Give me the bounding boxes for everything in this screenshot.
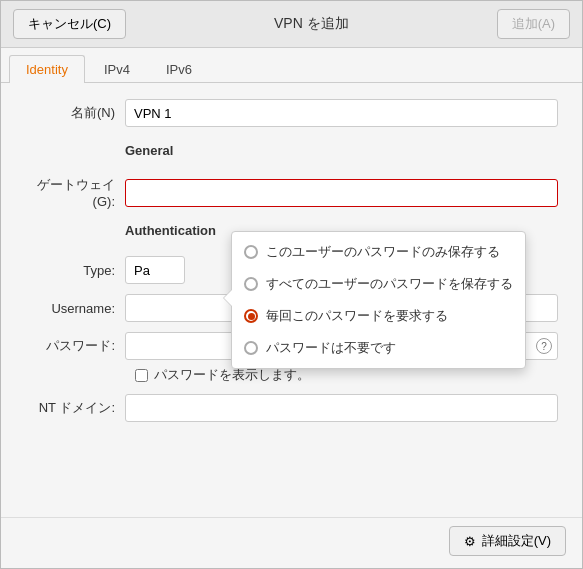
dropdown-option-save-all-users[interactable]: すべてのユーザーのパスワードを保存する — [232, 268, 525, 300]
dropdown-option-save-this-user[interactable]: このユーザーのパスワードのみ保存する — [232, 236, 525, 268]
cancel-button[interactable]: キャンセル(C) — [13, 9, 126, 39]
radio-ask-every-time — [244, 309, 258, 323]
radio-save-this-user — [244, 245, 258, 259]
general-section-header: General — [25, 137, 558, 166]
dropdown-option-not-required-label: パスワードは不要です — [266, 339, 396, 357]
gateway-label: ゲートウェイ(G): — [25, 176, 125, 209]
password-label: パスワード: — [25, 337, 125, 355]
nt-domain-input[interactable] — [125, 394, 558, 422]
name-label: 名前(N) — [25, 104, 125, 122]
type-label: Type: — [25, 263, 125, 278]
tab-content: 名前(N) General ゲートウェイ(G): Authentication … — [1, 83, 582, 517]
type-input[interactable] — [125, 256, 185, 284]
dropdown-option-save-this-user-label: このユーザーのパスワードのみ保存する — [266, 243, 500, 261]
window-title: VPN を追加 — [126, 15, 497, 33]
titlebar: キャンセル(C) VPN を追加 追加(A) — [1, 1, 582, 48]
tab-ipv6[interactable]: IPv6 — [149, 55, 209, 83]
advanced-button[interactable]: ⚙ 詳細設定(V) — [449, 526, 566, 556]
radio-not-required — [244, 341, 258, 355]
gateway-input[interactable] — [125, 179, 558, 207]
password-dropdown: このユーザーのパスワードのみ保存する すべてのユーザーのパスワードを保存する 毎… — [231, 231, 526, 369]
tab-bar: Identity IPv4 IPv6 — [1, 48, 582, 83]
name-input[interactable] — [125, 99, 558, 127]
general-header: General — [125, 143, 173, 158]
dropdown-option-ask-every-time[interactable]: 毎回このパスワードを要求する — [232, 300, 525, 332]
name-row: 名前(N) — [25, 99, 558, 127]
tab-identity[interactable]: Identity — [9, 55, 85, 83]
show-password-checkbox[interactable] — [135, 369, 148, 382]
nt-domain-row: NT ドメイン: — [25, 394, 558, 422]
advanced-label: 詳細設定(V) — [482, 532, 551, 550]
username-label: Username: — [25, 301, 125, 316]
tab-ipv4[interactable]: IPv4 — [87, 55, 147, 83]
footer: ⚙ 詳細設定(V) — [1, 517, 582, 568]
authentication-header: Authentication — [125, 223, 216, 238]
advanced-icon: ⚙ — [464, 534, 476, 549]
dropdown-option-save-all-users-label: すべてのユーザーのパスワードを保存する — [266, 275, 513, 293]
add-button[interactable]: 追加(A) — [497, 9, 570, 39]
password-help-icon[interactable]: ? — [536, 338, 552, 354]
window: キャンセル(C) VPN を追加 追加(A) Identity IPv4 IPv… — [0, 0, 583, 569]
nt-domain-label: NT ドメイン: — [25, 399, 125, 417]
dropdown-option-ask-every-time-label: 毎回このパスワードを要求する — [266, 307, 448, 325]
radio-save-all-users — [244, 277, 258, 291]
dropdown-option-not-required[interactable]: パスワードは不要です — [232, 332, 525, 364]
gateway-row: ゲートウェイ(G): — [25, 176, 558, 209]
